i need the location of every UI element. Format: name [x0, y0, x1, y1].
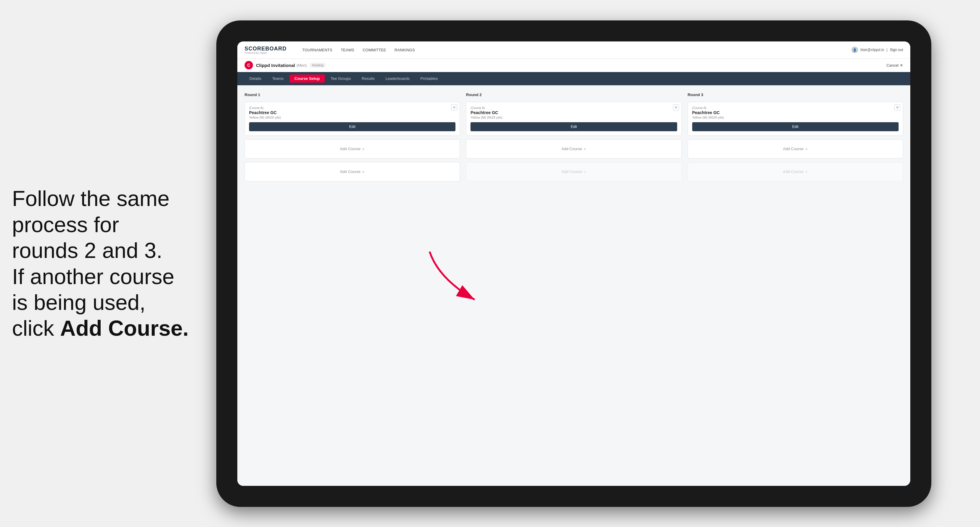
tab-details[interactable]: Details [245, 75, 266, 83]
round-2-course-name: Peachtree GC [471, 110, 677, 115]
top-navigation: SCOREBOARD Powered by clippd TOURNAMENTS… [237, 41, 910, 59]
clippd-logo-icon: C [245, 61, 253, 69]
round-3-course-name: Peachtree GC [692, 110, 899, 115]
round-1-course-card: ✕ (Course A) Peachtree GC Yellow (M) (66… [245, 102, 460, 136]
tournament-name: Clippd Invitational [256, 63, 295, 68]
hosting-badge: Hosting [310, 63, 326, 68]
round-1-label: Round 1 [245, 92, 460, 97]
round-3-course-details: Yellow (M) (6629 yds) [692, 116, 899, 119]
round-2-label: Round 2 [466, 92, 681, 97]
tab-printables[interactable]: Printables [415, 75, 442, 83]
round-2-course-details: Yellow (M) (6629 yds) [471, 116, 677, 119]
round-2-add-course-2: Add Course + [466, 162, 681, 181]
round-3-course-tag: (Course A) [692, 106, 899, 110]
rounds-grid: Round 1 ✕ (Course A) Peachtree GC Yellow… [245, 92, 903, 181]
round-3-add-course-2: Add Course + [688, 162, 903, 181]
cancel-button[interactable]: Cancel ✕ [886, 63, 903, 68]
round-1-course-name: Peachtree GC [249, 110, 455, 115]
round-3-add-course-text-2: Add Course + [783, 169, 808, 174]
round-1-course-details: Yellow (M) (6629 yds) [249, 116, 455, 119]
add-course-r2-plus-icon-1: + [584, 146, 586, 151]
cancel-icon: ✕ [900, 63, 903, 68]
tab-results[interactable]: Results [357, 75, 379, 83]
tab-tee-groups[interactable]: Tee Groups [326, 75, 356, 83]
round-2-column: Round 2 ✕ (Course A) Peachtree GC Yellow… [466, 92, 681, 181]
round-1-delete-button[interactable]: ✕ [451, 105, 457, 111]
nav-separator: | [886, 48, 888, 52]
round-2-add-course-text-1: Add Course + [562, 146, 586, 151]
nav-committee[interactable]: COMMITTEE [363, 48, 386, 52]
nav-tournaments[interactable]: TOURNAMENTS [302, 48, 332, 52]
round-3-label: Round 3 [688, 92, 903, 97]
add-course-plus-icon-1: + [362, 146, 365, 151]
tab-bar: Details Teams Course Setup Tee Groups Re… [237, 72, 910, 85]
add-course-r2-plus-icon-2: + [584, 169, 586, 174]
add-course-plus-icon-2: + [362, 169, 365, 174]
user-email: blair@clippd.io [861, 48, 884, 52]
logo: SCOREBOARD Powered by clippd [245, 46, 286, 54]
round-3-add-course-1[interactable]: Add Course + [688, 139, 903, 159]
round-1-edit-button[interactable]: Edit [249, 122, 455, 131]
round-1-add-course-text-2: Add Course + [340, 169, 364, 174]
round-1-add-course-1[interactable]: Add Course + [245, 139, 460, 159]
round-3-column: Round 3 ✕ (Course A) Peachtree GC Yellow… [688, 92, 903, 181]
instruction-text: Follow the same process for rounds 2 and… [0, 168, 216, 359]
add-course-r3-plus-icon-2: + [805, 169, 808, 174]
round-2-course-card: ✕ (Course A) Peachtree GC Yellow (M) (66… [466, 102, 681, 136]
sign-out-link[interactable]: Sign out [890, 48, 903, 52]
round-2-delete-button[interactable]: ✕ [673, 105, 679, 111]
round-1-add-course-2[interactable]: Add Course + [245, 162, 460, 181]
sub-navigation: C Clippd Invitational (Men) Hosting Canc… [237, 59, 910, 72]
nav-rankings[interactable]: RANKINGS [395, 48, 415, 52]
round-2-edit-button[interactable]: Edit [471, 122, 677, 131]
round-1-course-tag: (Course A) [249, 106, 455, 110]
tablet-screen: SCOREBOARD Powered by clippd TOURNAMENTS… [237, 41, 910, 486]
round-2-add-course-1[interactable]: Add Course + [466, 139, 681, 159]
round-3-add-course-text-1: Add Course + [783, 146, 808, 151]
nav-links: TOURNAMENTS TEAMS COMMITTEE RANKINGS [302, 48, 842, 52]
logo-subtitle: Powered by clippd [245, 51, 286, 54]
round-1-add-course-text-1: Add Course + [340, 146, 364, 151]
round-3-course-card: ✕ (Course A) Peachtree GC Yellow (M) (66… [688, 102, 903, 136]
main-content: Round 1 ✕ (Course A) Peachtree GC Yellow… [237, 85, 910, 486]
avatar: 👤 [851, 46, 858, 53]
logo-text: SCOREBOARD [245, 46, 286, 52]
round-2-add-course-text-2: Add Course + [562, 169, 586, 174]
add-course-r3-plus-icon-1: + [805, 146, 808, 151]
round-3-delete-button[interactable]: ✕ [894, 105, 900, 111]
round-1-column: Round 1 ✕ (Course A) Peachtree GC Yellow… [245, 92, 460, 181]
tablet-device: SCOREBOARD Powered by clippd TOURNAMENTS… [216, 21, 931, 507]
tab-teams[interactable]: Teams [267, 75, 288, 83]
tournament-suffix: (Men) [296, 63, 307, 68]
round-2-course-tag: (Course A) [471, 106, 677, 110]
tab-course-setup[interactable]: Course Setup [290, 75, 325, 83]
tab-leaderboards[interactable]: Leaderboards [381, 75, 414, 83]
round-3-edit-button[interactable]: Edit [692, 122, 899, 131]
nav-teams[interactable]: TEAMS [341, 48, 354, 52]
nav-right: 👤 blair@clippd.io | Sign out [851, 46, 903, 53]
